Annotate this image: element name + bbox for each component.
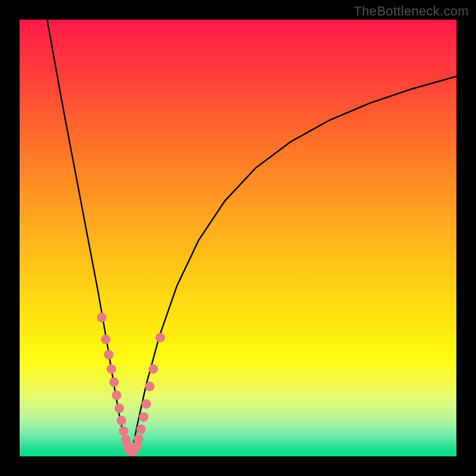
scatter-dot: [104, 350, 114, 359]
plot-area: [20, 20, 456, 456]
scatter-dot: [119, 426, 129, 436]
scatter-dot: [139, 412, 148, 422]
scatter-dot: [149, 364, 158, 374]
scatter-dot: [145, 382, 155, 392]
scatter-dot: [114, 403, 124, 413]
chart-frame: TheBottleneck.com: [0, 0, 476, 476]
scatter-dot: [107, 364, 116, 374]
scatter-dot: [142, 399, 151, 409]
curve-lines: [47, 20, 456, 456]
scatter-dot: [97, 313, 107, 322]
scatter-dot: [112, 390, 121, 400]
scatter-dot: [109, 377, 119, 387]
scatter-dot: [117, 416, 126, 425]
scatter-dot: [155, 333, 165, 342]
scatter-dot: [101, 334, 111, 344]
chart-svg: [20, 20, 456, 456]
scatter-dot: [136, 424, 146, 434]
scatter-dot: [134, 434, 143, 444]
right-curve-path: [131, 76, 456, 456]
watermark-text: TheBottleneck.com: [354, 4, 469, 19]
scatter-dots: [97, 313, 165, 456]
